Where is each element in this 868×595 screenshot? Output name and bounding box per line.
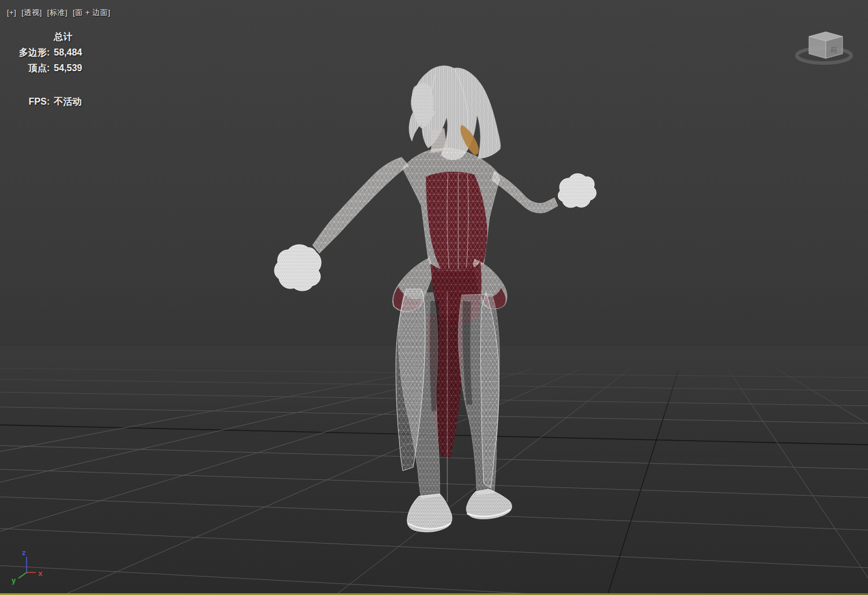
- viewcube[interactable]: 前: [797, 32, 851, 63]
- viewport-canvas[interactable]: 前 z x y: [0, 0, 868, 595]
- stats-fps-label: FPS:: [10, 94, 50, 109]
- stats-fps-row: FPS: 不活动: [10, 94, 82, 109]
- viewcube-face-label: 前: [830, 46, 837, 54]
- model-right-arm: [492, 171, 558, 213]
- axis-x-label: x: [38, 569, 43, 578]
- viewport-menu-shading[interactable]: [面 + 边面]: [73, 8, 111, 17]
- stats-polygons-row: 多边形: 58,484: [10, 45, 82, 60]
- model-right-hand: [558, 173, 597, 208]
- stats-polygons-value: 58,484: [54, 45, 82, 60]
- stats-polygons-label: 多边形:: [10, 45, 50, 60]
- stats-vertices-label: 顶点:: [10, 60, 50, 76]
- character-model-wireframe[interactable]: [274, 66, 596, 532]
- axis-y-line: [19, 572, 27, 578]
- viewport-menu-general[interactable]: [+]: [7, 8, 16, 17]
- 3d-viewport[interactable]: 前 z x y [+][透视][标准][面 + 边面] 总计 多边形: 58,4…: [0, 0, 868, 595]
- stats-vertices-value: 54,539: [54, 60, 82, 76]
- axis-y-label: y: [12, 576, 16, 585]
- model-left-arm: [312, 157, 409, 253]
- model-torso: [403, 148, 500, 275]
- stats-title-row: 总计: [10, 29, 82, 45]
- model-left-shoe: [407, 494, 452, 532]
- viewport-statistics: 总计 多边形: 58,484 顶点: 54,539 FPS: 不活动: [10, 29, 82, 109]
- stats-vertices-row: 顶点: 54,539: [10, 60, 82, 76]
- stats-fps-value: 不活动: [54, 94, 82, 109]
- viewport-label-menus: [+][透视][标准][面 + 边面]: [7, 8, 116, 18]
- axis-z-label: z: [22, 548, 26, 557]
- model-right-shoe: [466, 489, 512, 519]
- stats-title: 总计: [54, 29, 72, 45]
- viewport-menu-pov[interactable]: [透视]: [21, 8, 42, 17]
- model-left-hand: [274, 245, 321, 291]
- viewport-menu-standard[interactable]: [标准]: [47, 8, 68, 17]
